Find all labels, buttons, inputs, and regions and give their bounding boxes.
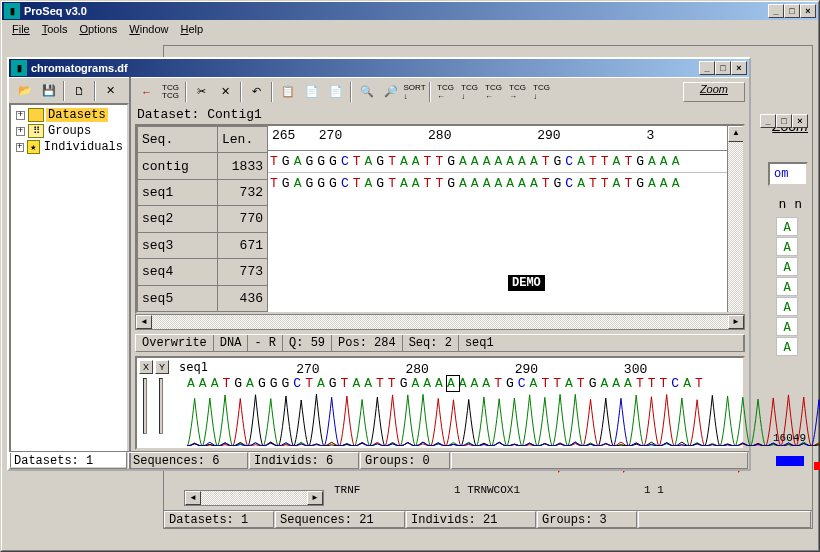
save-icon[interactable]: 💾 bbox=[37, 80, 60, 102]
menu-file[interactable]: File bbox=[6, 22, 36, 36]
tree-label: Individuals bbox=[42, 140, 125, 154]
find-icon[interactable]: 🔍 bbox=[355, 81, 378, 103]
seq-bases-row[interactable]: TGAGGGCTAGTAATTGAAAAAAATGCATTATGAAA bbox=[268, 151, 727, 172]
sort-icon[interactable]: SORT↓ bbox=[403, 81, 426, 103]
doc-close-button[interactable]: × bbox=[731, 61, 747, 75]
sequence-grid[interactable]: Seq.Len. contig1833 seq1732 seq2770 seq3… bbox=[135, 124, 745, 314]
menu-tools[interactable]: Tools bbox=[36, 22, 74, 36]
copy-icon[interactable]: 📋 bbox=[276, 81, 299, 103]
tree-item-individuals[interactable]: + ★ Individuals bbox=[13, 139, 125, 155]
tcg2-icon[interactable]: TCG↓ bbox=[458, 81, 481, 103]
scroll-left-icon[interactable]: ◄ bbox=[136, 315, 152, 329]
seq-scrollbar-v[interactable]: ▲ bbox=[727, 126, 743, 312]
seq-name[interactable]: seq2 bbox=[138, 206, 218, 232]
expand-icon[interactable]: + bbox=[16, 143, 24, 152]
doc-statusbar: Datasets: 1 Sequences: 6 Individs: 6 Gro… bbox=[9, 451, 749, 469]
bg-base-col: A A A A A A A bbox=[776, 216, 798, 357]
bg-trnf: TRNF bbox=[334, 484, 360, 496]
doc-minimize-button[interactable]: _ bbox=[699, 61, 715, 75]
status-individs: Individs: 6 bbox=[249, 452, 359, 469]
app-window: ▮ ProSeq v3.0 _ □ × File Tools Options W… bbox=[0, 0, 820, 552]
scroll-right-icon[interactable]: ► bbox=[307, 491, 323, 505]
clear-icon[interactable]: ✕ bbox=[214, 81, 237, 103]
info-type: DNA bbox=[214, 335, 249, 351]
seq-bases-row[interactable]: TGAGGGCTAGTAATTGAAAAAAATGCATTATGAAA bbox=[268, 173, 727, 194]
doc-window: ▮ chromatograms.df _ □ × 📂 💾 🗋 ✕ bbox=[7, 57, 751, 471]
doc-titlebar[interactable]: ▮ chromatograms.df _ □ × bbox=[9, 59, 749, 77]
main-toolbar: ← TCGTCG ✂ ✕ ↶ 📋 📄 📄 🔍 🔎 SORT↓ bbox=[131, 77, 749, 105]
app-titlebar[interactable]: ▮ ProSeq v3.0 _ □ × bbox=[2, 2, 818, 20]
seq-name[interactable]: seq5 bbox=[138, 285, 218, 311]
open-icon[interactable]: 📂 bbox=[13, 80, 36, 102]
col-seq[interactable]: Seq. bbox=[138, 127, 218, 153]
bg-min-button[interactable]: _ bbox=[760, 114, 776, 128]
status-sequences: Sequences: 6 bbox=[128, 452, 248, 469]
close-button[interactable]: × bbox=[800, 4, 816, 18]
seq-name[interactable]: seq4 bbox=[138, 259, 218, 285]
delete-icon[interactable]: ✕ bbox=[99, 80, 122, 102]
tcg1-icon[interactable]: TCG← bbox=[434, 81, 457, 103]
maximize-button[interactable]: □ bbox=[784, 4, 800, 18]
bg-close-button[interactable]: × bbox=[792, 114, 808, 128]
folder-icon bbox=[28, 108, 44, 122]
seq-scrollbar-h[interactable]: ◄ ► bbox=[135, 314, 745, 330]
info-pos: Pos: 284 bbox=[332, 335, 403, 351]
back-icon[interactable]: ← bbox=[135, 81, 158, 103]
menu-help[interactable]: Help bbox=[175, 22, 210, 36]
paste-icon[interactable]: 📄 bbox=[300, 81, 323, 103]
menu-options[interactable]: Options bbox=[73, 22, 123, 36]
tcg3-icon[interactable]: TCG← bbox=[482, 81, 505, 103]
tcg4-icon[interactable]: TCG→ bbox=[506, 81, 529, 103]
minimize-button[interactable]: _ bbox=[768, 4, 784, 18]
status-datasets: Datasets: 1 bbox=[9, 452, 127, 469]
groups-icon: ⠿ bbox=[28, 124, 44, 138]
individuals-icon: ★ bbox=[27, 140, 40, 154]
seq-len: 436 bbox=[218, 285, 268, 311]
bg-max-button[interactable]: □ bbox=[776, 114, 792, 128]
expand-icon[interactable]: + bbox=[16, 127, 25, 136]
new-icon[interactable]: 🗋 bbox=[68, 80, 91, 102]
align-icon[interactable]: TCGTCG bbox=[159, 81, 182, 103]
zoom-button[interactable]: Zoom bbox=[683, 82, 745, 102]
seq-name[interactable]: seq1 bbox=[138, 179, 218, 205]
menu-window[interactable]: Window bbox=[123, 22, 174, 36]
tree-toolbar: 📂 💾 🗋 ✕ bbox=[9, 77, 129, 103]
menubar: File Tools Options Window Help bbox=[2, 20, 818, 38]
info-seqname: seq1 bbox=[459, 335, 744, 351]
seq-len: 773 bbox=[218, 259, 268, 285]
seq-len: 1833 bbox=[218, 153, 268, 179]
chromatogram-panel[interactable]: X Y seq1 270 280 290 300 AAATGAGGGCTAGTA… bbox=[135, 356, 745, 450]
col-len[interactable]: Len. bbox=[218, 127, 268, 153]
tcg5-icon[interactable]: TCG↓ bbox=[530, 81, 553, 103]
seq-name[interactable]: contig bbox=[138, 153, 218, 179]
seq-len: 770 bbox=[218, 206, 268, 232]
tree-item-groups[interactable]: + ⠿ Groups bbox=[13, 123, 125, 139]
doc-maximize-button[interactable]: □ bbox=[715, 61, 731, 75]
bg-window-controls: _ □ × bbox=[760, 114, 808, 128]
scroll-up-icon[interactable]: ▲ bbox=[728, 126, 744, 142]
info-mode: Overwrite bbox=[136, 335, 214, 351]
doc-icon: ▮ bbox=[11, 60, 27, 76]
tree-label: Datasets bbox=[46, 108, 108, 122]
status-groups: Groups: 0 bbox=[360, 452, 450, 469]
cut-icon[interactable]: ✂ bbox=[190, 81, 213, 103]
info-seqnum: Seq: 2 bbox=[403, 335, 459, 351]
bg-scrollbar[interactable]: ◄ ► bbox=[184, 490, 324, 506]
scroll-right-icon[interactable]: ► bbox=[728, 315, 744, 329]
chrom-y-button[interactable]: Y bbox=[155, 360, 169, 374]
chrom-slider-x[interactable] bbox=[143, 378, 147, 434]
chromatogram-traces bbox=[187, 388, 820, 446]
paste2-icon[interactable]: 📄 bbox=[324, 81, 347, 103]
zoom-icon[interactable]: 🔎 bbox=[379, 81, 402, 103]
undo-icon[interactable]: ↶ bbox=[245, 81, 268, 103]
chrom-x-button[interactable]: X bbox=[139, 360, 153, 374]
tree-panel[interactable]: + Datasets + ⠿ Groups + ★ Individuals bbox=[9, 103, 129, 469]
chrom-slider-y[interactable] bbox=[159, 378, 163, 434]
bg-nn: n n bbox=[779, 196, 802, 211]
seq-name[interactable]: seq3 bbox=[138, 232, 218, 258]
bg-status-sequences: Sequences: 21 bbox=[275, 511, 405, 528]
bg-trnw: 1 TRNWCOX1 bbox=[454, 484, 520, 496]
tree-item-datasets[interactable]: + Datasets bbox=[13, 107, 125, 123]
scroll-left-icon[interactable]: ◄ bbox=[185, 491, 201, 505]
expand-icon[interactable]: + bbox=[16, 111, 25, 120]
